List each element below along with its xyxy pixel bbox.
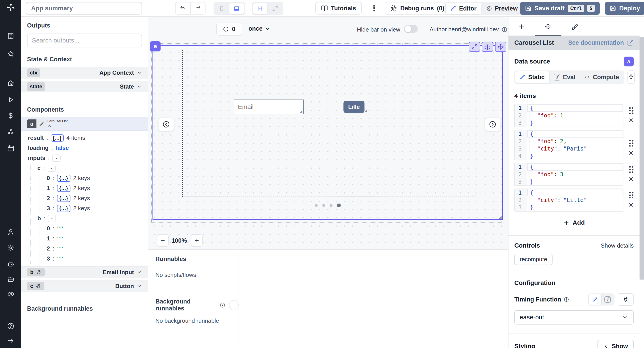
- compute-mode-button[interactable]: Compute: [580, 71, 624, 83]
- zoom-out-button[interactable]: −: [157, 234, 168, 247]
- component-c-row[interactable]: c Button: [21, 280, 148, 292]
- state-row[interactable]: state State: [21, 81, 148, 92]
- carousel-dot[interactable]: [315, 204, 318, 207]
- tree-row-result[interactable]: result:[...]4 items: [28, 133, 148, 143]
- carousel-dot[interactable]: [330, 204, 332, 207]
- button-component[interactable]: Lille: [344, 101, 364, 113]
- component-settings-tab[interactable]: [542, 21, 553, 32]
- connect-plug-button[interactable]: [628, 70, 634, 84]
- editor-tab[interactable]: Editor: [446, 3, 482, 14]
- more-menu-kebab-icon[interactable]: ⋮: [370, 4, 378, 13]
- runs-play-icon[interactable]: [5, 94, 16, 105]
- json-editor[interactable]: 1{ 2"city":"Lille" 3}: [514, 188, 624, 212]
- static-mode-button[interactable]: Static: [515, 71, 549, 83]
- tree-row-c3[interactable]: 3:{...}2 keys: [28, 203, 148, 213]
- tree-row-b2[interactable]: 2:"": [28, 244, 148, 254]
- json-editor[interactable]: 1{ 2"foo":2, 3"city":"Paris" 4}: [514, 130, 624, 160]
- drag-handle-icon[interactable]: [628, 139, 634, 146]
- anchor-component-button[interactable]: [482, 42, 493, 52]
- add-background-runnable-button[interactable]: [229, 300, 238, 310]
- insert-component-tab[interactable]: [516, 21, 527, 32]
- ctx-row[interactable]: ctx App Context: [21, 67, 148, 78]
- delete-item-button[interactable]: ✕: [628, 118, 634, 124]
- refresh-count-button[interactable]: 0: [216, 22, 242, 36]
- object-badge[interactable]: {...}: [57, 205, 70, 212]
- desktop-view-button[interactable]: [230, 3, 244, 14]
- styling-brush-tab[interactable]: [569, 21, 580, 32]
- styling-show-button[interactable]: Show: [598, 340, 634, 348]
- object-badge[interactable]: {...}: [57, 175, 70, 182]
- frequency-select[interactable]: once: [248, 25, 270, 32]
- tree-row-loading[interactable]: loading:false: [28, 143, 148, 153]
- home-icon[interactable]: [5, 78, 16, 88]
- settings-gear-icon[interactable]: [5, 242, 16, 253]
- static-pencil-button[interactable]: [589, 294, 601, 305]
- delete-item-button[interactable]: ✕: [628, 202, 634, 208]
- tree-row-b3[interactable]: 3:"": [28, 254, 148, 264]
- move-component-button[interactable]: [495, 42, 506, 52]
- info-icon[interactable]: [564, 297, 569, 302]
- carousel-dot[interactable]: [322, 204, 325, 207]
- workers-robot-icon[interactable]: [5, 258, 16, 269]
- add-item-button[interactable]: Add: [563, 219, 585, 226]
- app-grid-container[interactable]: a Email ◢ Lille ◢ ◢: [151, 43, 504, 222]
- windmill-logo-icon[interactable]: [5, 2, 16, 13]
- workspace-building-icon[interactable]: [5, 31, 16, 42]
- center-content-button[interactable]: [253, 3, 268, 14]
- json-editor[interactable]: 1{ 2"foo":3 3}: [514, 163, 624, 186]
- component-a-row[interactable]: a Carousel List: [21, 117, 148, 130]
- debug-runs-button[interactable]: Debug runs (0): [384, 2, 450, 14]
- collapse-arrow-icon[interactable]: [5, 335, 16, 346]
- see-documentation-link[interactable]: See documentation: [568, 39, 634, 46]
- panel-scrollbar[interactable]: [640, 37, 644, 280]
- audit-eye-icon[interactable]: [5, 289, 16, 300]
- app-summary-input[interactable]: [26, 2, 142, 14]
- preview-tab[interactable]: Preview: [482, 3, 522, 14]
- resize-handle-icon[interactable]: ◢: [364, 109, 367, 112]
- drag-handle-icon[interactable]: [628, 106, 634, 114]
- fullscreen-button[interactable]: [268, 3, 282, 14]
- connect-plug-button[interactable]: [618, 293, 634, 306]
- save-draft-button[interactable]: Save draft Ctrl S: [520, 2, 600, 15]
- tree-row-c2[interactable]: 2:{...}2 keys: [28, 193, 148, 203]
- tree-row-inputs[interactable]: inputs:-: [28, 153, 148, 163]
- search-outputs-input[interactable]: [27, 34, 142, 48]
- help-icon[interactable]: [5, 321, 16, 332]
- users-person-icon[interactable]: [5, 227, 16, 238]
- zoom-in-button[interactable]: +: [191, 234, 202, 247]
- undo-button[interactable]: [176, 2, 190, 14]
- tree-row-c1[interactable]: 1:{...}2 keys: [28, 183, 148, 193]
- object-badge[interactable]: {...}: [57, 195, 70, 202]
- expand-component-button[interactable]: [469, 42, 480, 52]
- delete-item-button[interactable]: ✕: [628, 150, 634, 156]
- carousel-next-button[interactable]: [485, 118, 500, 131]
- array-badge[interactable]: [...]: [51, 134, 64, 142]
- tutorials-button[interactable]: Tutorials: [315, 2, 362, 14]
- tree-row-b[interactable]: b:-: [28, 213, 148, 224]
- tree-row-b1[interactable]: 1:"": [28, 234, 148, 244]
- resize-handle-icon[interactable]: ◢: [498, 215, 502, 220]
- drag-handle-icon[interactable]: [628, 165, 634, 173]
- redo-button[interactable]: [190, 2, 205, 14]
- carousel-prev-button[interactable]: [158, 118, 174, 131]
- variables-dollar-icon[interactable]: [5, 110, 16, 121]
- resources-cubes-icon[interactable]: [5, 126, 16, 137]
- tree-row-c[interactable]: c:-: [28, 163, 148, 173]
- info-icon[interactable]: [220, 302, 226, 308]
- component-b-row[interactable]: b Email Input: [21, 266, 148, 278]
- mobile-view-button[interactable]: [215, 3, 229, 14]
- eval-function-button[interactable]: f: [601, 294, 614, 305]
- recompute-button[interactable]: recompute: [514, 254, 552, 265]
- selected-component-badge[interactable]: a: [150, 42, 160, 52]
- json-editor[interactable]: 1{ 2"foo":1 3}: [514, 104, 624, 127]
- schedules-calendar-icon[interactable]: [5, 143, 16, 154]
- drag-handle-icon[interactable]: [628, 191, 634, 198]
- deploy-button[interactable]: Deploy: [605, 2, 644, 15]
- favorites-star-icon[interactable]: [5, 48, 16, 59]
- info-icon[interactable]: [502, 26, 507, 32]
- carousel-dot-active[interactable]: [337, 204, 341, 207]
- timing-function-select[interactable]: ease-out: [514, 310, 634, 324]
- eval-mode-button[interactable]: f Eval: [549, 71, 580, 83]
- email-input-component[interactable]: Email ◢: [234, 100, 304, 114]
- tree-row-b0[interactable]: 0:"": [28, 224, 148, 234]
